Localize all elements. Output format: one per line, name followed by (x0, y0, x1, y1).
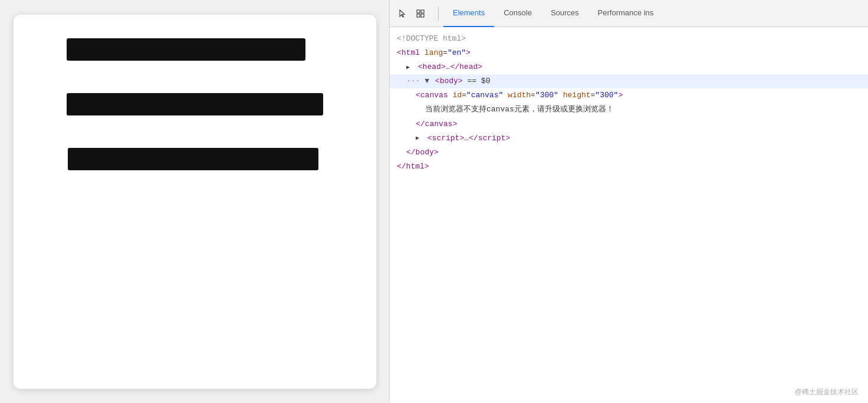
canvas-bar-1 (67, 38, 305, 61)
devtools-dom-content: <!DOCTYPE html> <html lang = "en" > ▶ <h… (390, 27, 868, 403)
dom-canvas-close[interactable]: </canvas> (390, 117, 868, 131)
svg-rect-0 (417, 10, 420, 13)
collapse-body-triangle[interactable]: ▼ (425, 75, 429, 88)
tab-elements[interactable]: Elements (443, 0, 494, 27)
dom-doctype: <!DOCTYPE html> (390, 32, 868, 46)
dom-head[interactable]: ▶ <head>…</head> (390, 60, 868, 74)
toolbar-icons (394, 5, 429, 22)
inspect-icon-button[interactable] (412, 5, 429, 22)
dom-canvas-open[interactable]: <canvas id = "canvas" width = "300" heig… (390, 88, 868, 103)
cursor-icon-button[interactable] (394, 5, 411, 22)
canvas-preview-card (14, 15, 376, 389)
dom-canvas-fallback: 当前浏览器不支持canvas元素，请升级或更换浏览器！ (390, 103, 868, 117)
expand-script-triangle[interactable]: ▶ (416, 133, 423, 143)
devtools-panel: Elements Console Sources Performance ins… (389, 0, 868, 403)
devtools-toolbar: Elements Console Sources Performance ins (390, 0, 868, 27)
dom-html-close[interactable]: </html> (390, 160, 868, 174)
dom-body[interactable]: ··· ▼ <body> == $0 (390, 74, 868, 88)
tab-sources[interactable]: Sources (541, 0, 588, 27)
dom-body-close[interactable]: </body> (390, 146, 868, 160)
canvas-bar-2 (67, 93, 323, 115)
tab-console[interactable]: Console (494, 0, 541, 27)
canvas-bar-3 (68, 148, 318, 170)
watermark: @稀土掘金技术社区 (795, 387, 859, 397)
tab-performance[interactable]: Performance ins (588, 0, 663, 27)
dom-html-open[interactable]: <html lang = "en" > (390, 46, 868, 60)
devtools-tabs: Elements Console Sources Performance ins (443, 0, 863, 27)
svg-rect-3 (421, 14, 424, 17)
left-panel (0, 0, 389, 403)
svg-rect-2 (417, 14, 420, 17)
expand-head-triangle[interactable]: ▶ (406, 62, 413, 72)
svg-rect-1 (421, 10, 424, 13)
toolbar-divider (438, 6, 439, 21)
dom-script[interactable]: ▶ <script>…</script> (390, 131, 868, 146)
